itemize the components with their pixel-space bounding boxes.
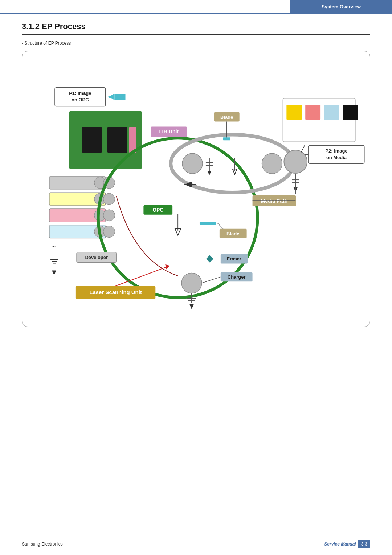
svg-point-17 [103,210,115,221]
svg-marker-89 [165,264,170,269]
svg-rect-72 [200,222,216,225]
svg-rect-41 [324,105,339,120]
svg-point-55 [284,150,307,173]
svg-text:P1: Image: P1: Image [69,90,91,96]
page-number: 3-3 [358,540,370,548]
svg-text:on Media: on Media [326,155,347,160]
svg-point-48 [262,153,282,174]
svg-rect-6 [82,127,102,153]
svg-text:Blade: Blade [226,231,239,236]
svg-rect-42 [343,105,358,120]
svg-marker-75 [206,255,213,263]
svg-text:OPC: OPC [152,207,163,213]
main-content: 3.1.2 EP Process - Structure of EP Proce… [22,22,370,327]
svg-text:~: ~ [52,243,56,250]
svg-line-56 [301,145,305,153]
service-manual-label: Service Manual [324,542,356,547]
svg-text:Blade: Blade [220,114,233,120]
svg-text:Developer: Developer [85,255,108,260]
svg-point-78 [181,273,202,293]
header-bar: System Overview [290,0,392,13]
svg-text:P2: Image: P2: Image [325,148,347,154]
svg-text:Eraser: Eraser [227,256,241,262]
svg-rect-37 [223,137,230,140]
svg-line-83 [202,277,221,283]
svg-point-14 [103,193,115,205]
svg-rect-39 [286,105,302,120]
svg-rect-40 [305,105,320,120]
svg-rect-8 [129,127,136,153]
header-title: System Overview [322,4,361,9]
svg-text:Charger: Charger [228,274,246,280]
svg-marker-3 [107,94,115,100]
footer-right: Service Manual 3-3 [324,540,370,548]
svg-point-20 [103,226,115,238]
svg-rect-4 [115,94,126,100]
svg-text:Laser Scanning Unit: Laser Scanning Unit [89,289,142,295]
section-title: 3.1.2 EP Process [22,22,370,35]
footer: Samsung Electronics Service Manual 3-3 [22,540,370,548]
company-name: Samsung Electronics [22,542,63,547]
svg-marker-52 [207,171,212,175]
ep-process-diagram: P1: Image on OPC [22,51,370,327]
svg-marker-27 [52,270,56,275]
svg-rect-7 [107,127,127,153]
svg-line-71 [218,223,223,229]
svg-point-47 [182,153,203,174]
subtitle: - Structure of EP Process [22,41,370,46]
svg-text:ITB Unit: ITB Unit [159,129,179,134]
svg-text:on OPC: on OPC [72,97,89,102]
header-line [0,13,392,14]
svg-marker-82 [189,304,194,309]
